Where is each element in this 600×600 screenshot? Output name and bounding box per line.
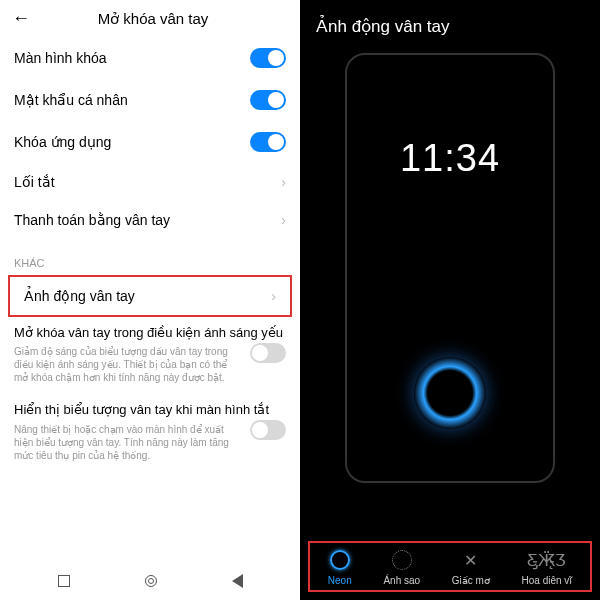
link-row-shortcuts[interactable]: Lối tắt › xyxy=(0,163,300,201)
toggle-row-app-lock[interactable]: Khóa ứng dụng xyxy=(0,121,300,163)
option-starlight[interactable]: Ánh sao xyxy=(383,549,420,586)
option-label: Giấc mơ xyxy=(452,575,490,586)
toggle-switch[interactable] xyxy=(250,48,286,68)
fingerprint-animation-icon xyxy=(414,357,486,429)
android-nav-bar xyxy=(0,566,300,596)
option-dream[interactable]: ✕ Giấc mơ xyxy=(452,549,490,586)
section-header: KHÁC xyxy=(0,239,300,275)
row-label: Khóa ứng dụng xyxy=(14,134,111,150)
disabled-row-show-icon: Hiển thị biểu tượng vân tay khi màn hình… xyxy=(0,394,300,471)
row-label: Ảnh động vân tay xyxy=(24,288,135,304)
toggle-row-lock-screen[interactable]: Màn hình khóa xyxy=(0,37,300,79)
animation-options-bar: Neon Ánh sao ✕ Giấc mơ Ƹ̵̡Ӝ̵̨̄Ʒ Hoa diên… xyxy=(308,541,592,592)
dream-icon: ✕ xyxy=(460,549,482,571)
phone-preview: 11:34 xyxy=(345,53,555,483)
back-nav-icon[interactable] xyxy=(232,574,243,588)
toggle-switch[interactable] xyxy=(250,90,286,110)
chevron-right-icon: › xyxy=(281,212,286,228)
option-label: Ánh sao xyxy=(383,575,420,586)
row-subtitle: Giảm độ sáng của biểu tượng dấu vân tay … xyxy=(14,345,286,384)
option-neon[interactable]: Neon xyxy=(328,549,352,586)
row-label: Thanh toán bằng vân tay xyxy=(14,212,170,228)
row-label: Màn hình khóa xyxy=(14,50,107,66)
toggle-row-password[interactable]: Mật khẩu cá nhân xyxy=(0,79,300,121)
option-iris[interactable]: Ƹ̵̡Ӝ̵̨̄Ʒ Hoa diên vĩ xyxy=(522,549,573,586)
row-label: Mật khẩu cá nhân xyxy=(14,92,128,108)
butterfly-icon: Ƹ̵̡Ӝ̵̨̄Ʒ xyxy=(536,549,558,571)
toggle-switch[interactable] xyxy=(250,343,286,363)
toggle-switch[interactable] xyxy=(250,132,286,152)
row-title: Hiển thị biểu tượng vân tay khi màn hình… xyxy=(14,402,286,418)
recent-apps-icon[interactable] xyxy=(58,575,70,587)
page-title: Mở khóa vân tay xyxy=(42,10,264,28)
row-subtitle: Nâng thiết bị hoặc chạm vào màn hình để … xyxy=(14,423,286,462)
row-title: Mở khóa vân tay trong điều kiện ánh sáng… xyxy=(14,325,286,341)
page-title: Ảnh động vân tay xyxy=(300,0,600,45)
disabled-row-low-light: Mở khóa vân tay trong điều kiện ánh sáng… xyxy=(0,317,300,394)
chevron-right-icon: › xyxy=(271,288,276,304)
back-icon[interactable]: ← xyxy=(12,8,30,29)
animation-preview-screen: Ảnh động vân tay 11:34 Neon Ánh sao ✕ Gi… xyxy=(300,0,600,600)
option-label: Neon xyxy=(328,575,352,586)
chevron-right-icon: › xyxy=(281,174,286,190)
highlighted-row-animation[interactable]: Ảnh động vân tay › xyxy=(8,275,292,317)
neon-icon xyxy=(329,549,351,571)
link-row-payment[interactable]: Thanh toán bằng vân tay › xyxy=(0,201,300,239)
option-label: Hoa diên vĩ xyxy=(522,575,573,586)
settings-screen: ← Mở khóa vân tay Màn hình khóa Mật khẩu… xyxy=(0,0,300,600)
starlight-icon xyxy=(391,549,413,571)
home-icon[interactable] xyxy=(145,575,157,587)
row-label: Lối tắt xyxy=(14,174,55,190)
toggle-switch[interactable] xyxy=(250,420,286,440)
header: ← Mở khóa vân tay xyxy=(0,0,300,37)
clock-display: 11:34 xyxy=(347,137,553,180)
